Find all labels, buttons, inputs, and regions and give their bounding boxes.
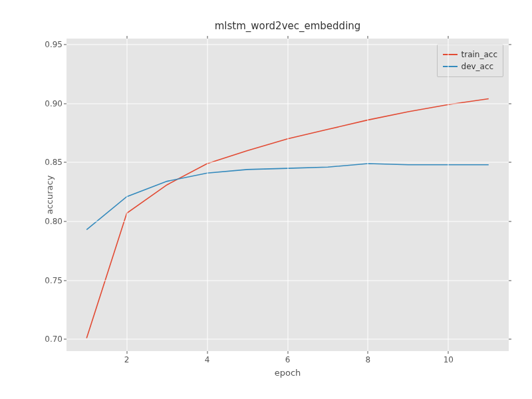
y-tick-label: 0.90 [45, 99, 66, 108]
x-axis-label: epoch [66, 368, 509, 378]
gridline-horizontal [66, 339, 509, 340]
legend-item: train_acc [443, 49, 497, 61]
gridline-vertical [126, 39, 127, 351]
x-tick [126, 351, 127, 354]
gridline-horizontal [66, 221, 509, 221]
chart-axes: mlstm_word2vec_embedding epoch accuracy … [66, 39, 509, 351]
x-tick [368, 351, 368, 354]
gridline-horizontal [66, 162, 509, 163]
y-tick-label: 0.75 [45, 276, 66, 285]
legend-label: dev_acc [462, 62, 494, 71]
x-tick-label: 2 [124, 355, 130, 364]
x-tick-top [287, 36, 288, 39]
y-tick-right [509, 103, 511, 104]
legend-item: dev_acc [443, 61, 497, 72]
x-tick [207, 351, 207, 354]
x-tick [287, 351, 288, 354]
y-tick-right [509, 221, 511, 221]
gridline-vertical [207, 39, 207, 351]
x-tick-top [126, 36, 127, 39]
x-tick-top [368, 36, 368, 39]
gridline-vertical [368, 39, 368, 351]
y-tick-right [509, 280, 511, 281]
x-tick-label: 6 [285, 355, 291, 364]
y-tick-label: 0.95 [45, 40, 66, 49]
gridline-horizontal [66, 44, 509, 45]
x-tick-label: 4 [205, 355, 210, 364]
legend-swatch [443, 66, 458, 67]
y-tick-label: 0.85 [45, 158, 66, 167]
gridline-horizontal [66, 280, 509, 281]
y-tick-right [509, 339, 511, 340]
x-tick-label: 10 [444, 355, 454, 364]
figure: mlstm_word2vec_embedding epoch accuracy … [0, 0, 532, 399]
legend: train_accdev_acc [437, 44, 503, 77]
gridline-vertical [287, 39, 288, 351]
x-tick-top [207, 36, 207, 39]
x-tick-label: 8 [366, 355, 371, 364]
y-tick-right [509, 44, 511, 45]
x-tick-top [448, 36, 449, 39]
legend-label: train_acc [462, 50, 497, 59]
y-tick-right [509, 162, 511, 163]
y-tick-label: 0.70 [45, 334, 66, 344]
gridline-horizontal [66, 103, 509, 104]
y-tick-label: 0.80 [45, 217, 66, 226]
gridline-vertical [448, 39, 449, 351]
legend-swatch [443, 54, 458, 55]
x-tick [448, 351, 449, 354]
chart-title: mlstm_word2vec_embedding [66, 20, 509, 32]
y-axis-label: accuracy [45, 176, 55, 215]
